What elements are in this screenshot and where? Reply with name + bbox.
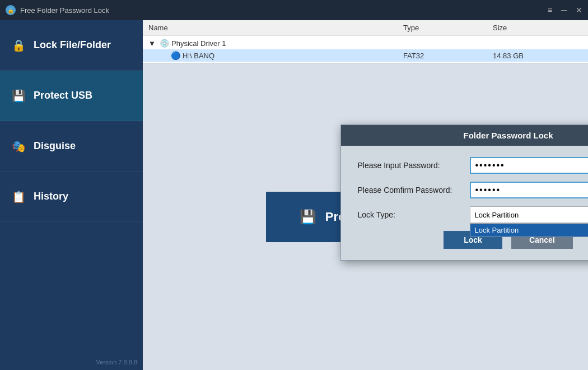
dialog-body: Please Input Password: Please Comfirm Pa… bbox=[341, 146, 589, 260]
dropdown-item-lock-partition[interactable]: Lock Partition bbox=[470, 224, 589, 237]
lock-icon: 🔒 bbox=[11, 39, 26, 52]
lock-type-row: Lock Type: Lock Partition ▼ Lock Partiti… bbox=[358, 206, 589, 223]
file-row-physical-driver[interactable]: ▼ 💿 Physical Driver 1 bbox=[143, 37, 588, 49]
file-row-banq[interactable]: 🔵 H:\ BANQ FAT32 14.83 GB bbox=[143, 49, 588, 62]
close-button[interactable]: ✕ bbox=[576, 6, 582, 15]
partition-icon: 🔵 bbox=[171, 51, 180, 60]
password-input[interactable] bbox=[470, 157, 589, 174]
confirm-input[interactable] bbox=[470, 182, 589, 198]
history-icon: 📋 bbox=[11, 190, 26, 203]
lock-type-label: Lock Type: bbox=[358, 210, 470, 219]
lock-type-wrapper: Lock Partition ▼ Lock Partition bbox=[470, 206, 589, 223]
driver-name: Physical Driver 1 bbox=[171, 39, 403, 48]
usb-sidebar-icon: 💾 bbox=[11, 89, 26, 103]
password-row: Please Input Password: bbox=[358, 157, 589, 174]
sidebar-label-lock-file-folder: Lock File/Folder bbox=[34, 39, 111, 51]
sidebar-item-history[interactable]: 📋 History bbox=[0, 172, 143, 222]
lock-type-select[interactable]: Lock Partition bbox=[470, 206, 589, 223]
sidebar-item-lock-file-folder[interactable]: 🔒 Lock File/Folder bbox=[0, 20, 143, 71]
dialog-title: Folder Password Lock bbox=[341, 125, 589, 146]
file-browser-header: Name Type Size bbox=[143, 20, 588, 36]
confirm-password-row: Please Comfirm Password: bbox=[358, 182, 589, 198]
lock-type-dropdown: Lock Partition bbox=[470, 223, 589, 237]
password-label: Please Input Password: bbox=[358, 161, 470, 170]
col-type-header: Type bbox=[403, 22, 493, 33]
password-dialog: Folder Password Lock Please Input Passwo… bbox=[340, 124, 589, 261]
menu-button[interactable]: ≡ bbox=[548, 6, 552, 15]
expand-arrow: ▼ bbox=[148, 39, 160, 48]
main-layout: 🔒 Lock File/Folder 💾 Protect USB 🎭 Disgu… bbox=[0, 20, 588, 370]
sidebar-label-disguise: Disguise bbox=[34, 140, 76, 152]
titlebar: 🔒 Free Folder Password Lock ≡ ─ ✕ bbox=[0, 0, 588, 20]
banq-type: FAT32 bbox=[403, 52, 493, 60]
sidebar-item-protect-usb[interactable]: 💾 Protect USB bbox=[0, 71, 143, 121]
file-browser: Name Type Size ▼ 💿 Physical Driver 1 🔵 H bbox=[143, 20, 588, 63]
col-name-header: Name bbox=[148, 22, 403, 33]
minimize-button[interactable]: ─ bbox=[561, 6, 567, 15]
content-wrapper: Name Type Size ▼ 💿 Physical Driver 1 🔵 H bbox=[143, 20, 588, 370]
app-icon-symbol: 🔒 bbox=[7, 7, 14, 13]
protect-usb-icon: 💾 bbox=[300, 209, 316, 225]
window-controls: ≡ ─ ✕ bbox=[548, 6, 582, 15]
driver-icon: 💿 bbox=[160, 39, 169, 48]
sidebar-item-disguise[interactable]: 🎭 Disguise bbox=[0, 121, 143, 172]
file-tree: ▼ 💿 Physical Driver 1 🔵 H:\ BANQ FAT32 1… bbox=[143, 36, 588, 63]
disguise-icon: 🎭 bbox=[11, 140, 26, 153]
banq-size: 14.83 GB bbox=[493, 52, 582, 60]
sidebar: 🔒 Lock File/Folder 💾 Protect USB 🎭 Disgu… bbox=[0, 20, 143, 370]
app-title: Free Folder Password Lock bbox=[20, 6, 548, 15]
confirm-label: Please Comfirm Password: bbox=[358, 186, 470, 195]
version-label: Version 7.8.8.8 bbox=[0, 354, 143, 370]
app-icon: 🔒 bbox=[6, 5, 16, 15]
sidebar-label-protect-usb: Protect USB bbox=[34, 90, 92, 101]
banq-name: H:\ BANQ bbox=[183, 52, 403, 60]
sidebar-label-history: History bbox=[34, 191, 68, 202]
col-size-header: Size bbox=[493, 22, 582, 33]
